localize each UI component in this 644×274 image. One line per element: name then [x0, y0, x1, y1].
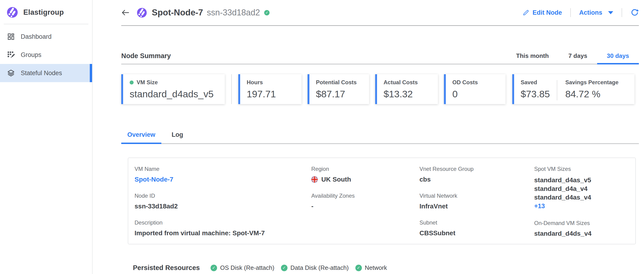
- layers-icon: [7, 69, 15, 77]
- stats-row: VM Size standard_d4ads_v5 Hours 197.71 P…: [121, 74, 639, 104]
- node-summary-heading: Node Summary: [121, 52, 171, 64]
- sidebar-item-dashboard[interactable]: Dashboard: [0, 28, 92, 46]
- sidebar-nav: Dashboard: [0, 28, 92, 82]
- vm-size-label: VM Size: [137, 79, 158, 86]
- subnet-label: Subnet: [420, 219, 534, 226]
- sidebar-item-stateful-nodes[interactable]: Stateful Nodes: [0, 64, 92, 82]
- node-id-label: Node ID: [134, 192, 311, 199]
- subnet-value: CBSSubnet: [420, 229, 534, 237]
- sidebar-item-label: Groups: [21, 51, 42, 59]
- on-demand-vm-sizes-value: standard_d4ds_v4: [534, 230, 631, 237]
- field-vm-name: VM Name Spot-Node-7: [134, 166, 311, 183]
- details-column-4: Spot VM Sizes standard_d4as_v5 standard_…: [534, 166, 631, 237]
- sidebar-item-groups[interactable]: Groups: [0, 46, 92, 64]
- actions-dropdown-button[interactable]: Actions: [579, 9, 613, 16]
- stat-card-od-costs: OD Costs 0: [444, 74, 506, 104]
- header-actions: Edit Node Actions: [522, 8, 639, 17]
- description-label: Description: [134, 219, 311, 226]
- spot-vm-size-item: standard_d4as_v5: [534, 176, 631, 184]
- elastigroup-logo-icon: [6, 6, 19, 19]
- actual-costs-label: Actual Costs: [384, 79, 434, 86]
- actions-label: Actions: [579, 9, 602, 16]
- field-spot-vm-sizes: Spot VM Sizes standard_d4as_v5 standard_…: [534, 166, 631, 210]
- header-separator: [622, 8, 622, 17]
- refresh-button[interactable]: [630, 9, 639, 17]
- vm-size-value: standard_d4ads_v5: [130, 89, 220, 100]
- field-virtual-network: Virtual Network InfraVnet: [420, 192, 534, 210]
- back-arrow-button[interactable]: [121, 9, 130, 16]
- refresh-icon: [630, 9, 639, 17]
- region-value: UK South: [311, 176, 420, 183]
- node-type-logo-icon: [136, 7, 148, 19]
- edit-node-label: Edit Node: [532, 9, 562, 16]
- saved-column: Saved $73.85: [521, 79, 550, 104]
- persisted-item-label: Data Disk (Re-attach): [290, 264, 349, 271]
- field-vnet-resource-group: Vnet Resource Group cbs: [420, 166, 534, 183]
- sidebar-divider: [4, 24, 88, 24]
- region-text: UK South: [321, 176, 351, 183]
- page-subtitle-node-id: ssn-33d18ad2: [207, 8, 260, 18]
- region-label: Region: [311, 166, 420, 172]
- sidebar: Elastigroup Dashboard: [0, 0, 92, 274]
- range-tab-this-month[interactable]: This month: [506, 52, 559, 64]
- actual-costs-value: $13.32: [384, 89, 434, 100]
- stat-card-hours: Hours 197.71: [238, 74, 302, 104]
- sidebar-item-label: Dashboard: [21, 33, 52, 40]
- persisted-item-data-disk: ✓ Data Disk (Re-attach): [281, 264, 349, 271]
- savings-percentage-label: Savings Percentage: [565, 79, 618, 86]
- spot-vm-sizes-label: Spot VM Sizes: [534, 166, 631, 172]
- range-tab-30-days[interactable]: 30 days: [597, 52, 639, 64]
- pencil-icon: [522, 9, 530, 16]
- field-node-id: Node ID ssn-33d18ad2: [134, 192, 311, 210]
- page-header: Spot-Node-7 ssn-33d18ad2 ✓ Edit Node Act…: [121, 0, 639, 26]
- node-summary-bar: Node Summary This month 7 days 30 days: [121, 26, 639, 64]
- potential-costs-label: Potential Costs: [316, 79, 365, 86]
- field-description: Description Imported from virtual machin…: [134, 219, 311, 237]
- availability-zones-value: -: [311, 203, 420, 210]
- on-demand-vm-sizes-label: On-Demand VM Sizes: [534, 220, 631, 226]
- saved-label: Saved: [521, 79, 550, 86]
- check-circle-icon: ✓: [281, 265, 288, 271]
- spot-vm-size-item: standard_d4as_v4: [534, 193, 631, 202]
- healthy-status-icon: ✓: [264, 10, 270, 16]
- persisted-item-label: Network: [365, 264, 387, 271]
- vm-name-label: VM Name: [134, 166, 311, 172]
- app-window: Elastigroup Dashboard: [0, 0, 644, 274]
- spot-vm-size-item: standard_d4a_v4: [534, 184, 631, 193]
- stat-card-actual-costs: Actual Costs $13.32: [375, 74, 438, 104]
- hours-label: Hours: [247, 79, 297, 86]
- od-costs-label: OD Costs: [452, 79, 501, 86]
- node-id-value: ssn-33d18ad2: [134, 203, 311, 210]
- tab-overview[interactable]: Overview: [121, 131, 161, 143]
- page-title: Spot-Node-7: [152, 8, 203, 18]
- persisted-item-network: ✓ Network: [355, 264, 387, 271]
- time-range-tabs: This month 7 days 30 days: [506, 52, 639, 64]
- details-column-2: Region UK South: [311, 166, 420, 237]
- dashboard-icon: [7, 33, 15, 41]
- field-region: Region UK South: [311, 166, 420, 183]
- stat-label: VM Size: [130, 79, 220, 86]
- vnet-resource-group-value: cbs: [420, 176, 534, 183]
- field-subnet: Subnet CBSSubnet: [420, 219, 534, 237]
- stat-card-vm-size: VM Size standard_d4ads_v5: [121, 74, 225, 104]
- check-circle-icon: ✓: [210, 265, 217, 271]
- tab-log[interactable]: Log: [164, 131, 190, 143]
- vnet-resource-group-label: Vnet Resource Group: [420, 166, 534, 172]
- uk-flag-icon: [311, 176, 318, 183]
- range-tab-7-days[interactable]: 7 days: [559, 52, 597, 64]
- hours-value: 197.71: [247, 89, 297, 100]
- check-circle-icon: ✓: [355, 265, 362, 271]
- savings-percentage-value: 84.72 %: [565, 89, 618, 100]
- header-separator: [570, 8, 571, 17]
- groups-icon: [7, 51, 15, 59]
- details-column-3: Vnet Resource Group cbs Virtual Network …: [420, 166, 534, 237]
- virtual-network-label: Virtual Network: [420, 192, 534, 199]
- stat-card-potential-costs: Potential Costs $87.17: [308, 74, 369, 104]
- virtual-network-value: InfraVnet: [420, 203, 534, 210]
- edit-node-button[interactable]: Edit Node: [522, 9, 562, 16]
- vm-name-link[interactable]: Spot-Node-7: [134, 176, 311, 183]
- spot-vm-sizes-more-link[interactable]: +13: [534, 202, 545, 210]
- od-costs-value: 0: [452, 89, 501, 100]
- stats-vertical-divider: [231, 74, 232, 104]
- field-availability-zones: Availability Zones -: [311, 192, 420, 210]
